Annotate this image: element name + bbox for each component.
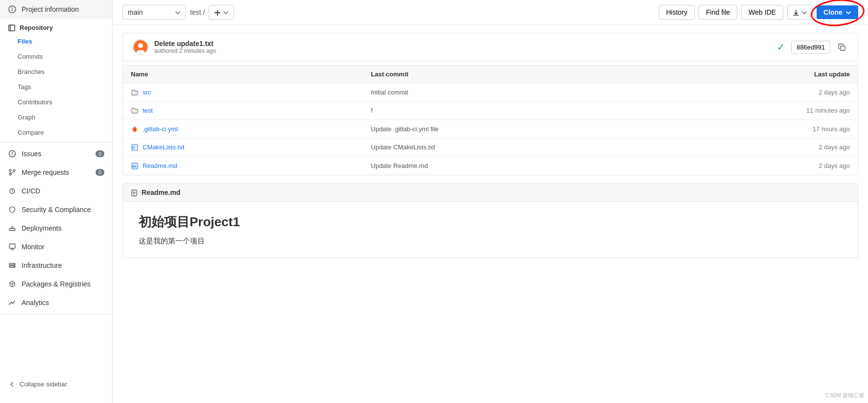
sidebar-item-infrastructure[interactable]: Infrastructure bbox=[0, 256, 112, 275]
add-file-button[interactable] bbox=[209, 5, 234, 19]
monitor-icon bbox=[8, 242, 17, 251]
sidebar-item-issues[interactable]: Issues 0 bbox=[0, 144, 112, 163]
branch-selector[interactable]: main bbox=[122, 5, 186, 20]
sidebar-divider-2 bbox=[0, 314, 112, 314]
table-row[interactable]: MD Readme.md Update Readme.md 2 days ago bbox=[123, 157, 858, 175]
file-table: Name Last commit Last update src Initial… bbox=[123, 66, 858, 175]
svg-point-9 bbox=[13, 169, 15, 171]
svg-point-18 bbox=[14, 266, 15, 267]
file-last-commit-cell: Update .gitlab-ci.yml file bbox=[363, 120, 652, 139]
merge-icon bbox=[8, 168, 17, 177]
watermark: CSDN @钱汇坡 bbox=[826, 392, 864, 399]
sidebar-section-repository[interactable]: Repository bbox=[0, 19, 112, 34]
commit-hash-button[interactable]: 886ed991 bbox=[791, 41, 830, 54]
file-name-cell[interactable]: test bbox=[131, 107, 355, 115]
sidebar-item-packages[interactable]: Packages & Registries bbox=[0, 275, 112, 293]
find-file-button[interactable]: Find file bbox=[699, 5, 737, 20]
svg-text:MD: MD bbox=[132, 165, 137, 168]
issues-badge: 0 bbox=[96, 150, 104, 157]
copy-hash-icon[interactable] bbox=[836, 41, 848, 53]
clone-wrapper: Clone bbox=[817, 5, 858, 19]
sidebar-item-deployments[interactable]: Deployments bbox=[0, 219, 112, 237]
file-type-icon: MD bbox=[131, 162, 139, 170]
commit-info: Delete update1.txt authored 2 minutes ag… bbox=[154, 40, 771, 54]
plus-icon bbox=[214, 8, 221, 16]
table-row[interactable]: src Initial commit 2 days ago bbox=[123, 83, 858, 102]
sidebar-sub-graph[interactable]: Graph bbox=[0, 110, 112, 125]
table-row[interactable]: test f 11 minutes ago bbox=[123, 101, 858, 120]
branch-chevron-icon bbox=[175, 8, 181, 16]
sidebar-item-merge-requests[interactable]: Merge requests 0 bbox=[0, 163, 112, 182]
packages-icon bbox=[8, 280, 17, 288]
issues-icon bbox=[8, 149, 17, 158]
svg-point-17 bbox=[14, 263, 15, 264]
svg-line-21 bbox=[12, 283, 15, 284]
sidebar-item-security[interactable]: Security & Compliance bbox=[0, 200, 112, 219]
repository-icon bbox=[8, 24, 16, 32]
file-name-cell[interactable]: MD Readme.md bbox=[131, 162, 355, 170]
commit-bar: Delete update1.txt authored 2 minutes ag… bbox=[122, 33, 858, 61]
sidebar-sub-tags[interactable]: Tags bbox=[0, 79, 112, 95]
analytics-icon bbox=[8, 298, 17, 307]
table-row[interactable]: C CMakeLists.txt Update CMakeLists.txt 2… bbox=[123, 138, 858, 157]
svg-rect-12 bbox=[9, 244, 15, 248]
file-table-wrapper: Name Last commit Last update src Initial… bbox=[122, 65, 858, 175]
col-last-update-header: Last update bbox=[652, 66, 858, 83]
sidebar-item-project-info-label: Project information bbox=[22, 5, 79, 13]
sidebar-item-cicd[interactable]: CI/CD bbox=[0, 182, 112, 200]
readme-wrapper: Readme.md 初始项目Project1 这是我的第一个项目 bbox=[122, 183, 858, 258]
file-last-commit-cell: Initial commit bbox=[363, 83, 652, 102]
commit-status-icon: ✓ bbox=[777, 41, 785, 53]
svg-rect-11 bbox=[9, 229, 15, 231]
svg-line-20 bbox=[10, 283, 12, 284]
download-chevron-icon bbox=[801, 8, 807, 16]
file-type-icon bbox=[131, 107, 139, 115]
branch-name: main bbox=[128, 8, 143, 16]
sidebar-sub-contributors[interactable]: Contributors bbox=[0, 95, 112, 110]
merge-requests-badge: 0 bbox=[96, 169, 104, 176]
svg-rect-28 bbox=[841, 46, 845, 50]
svg-rect-3 bbox=[9, 25, 15, 31]
col-name-header: Name bbox=[123, 66, 363, 83]
svg-text:C: C bbox=[132, 146, 135, 149]
sidebar-sub-files[interactable]: Files bbox=[0, 34, 112, 49]
download-button[interactable] bbox=[787, 5, 813, 19]
deployments-icon bbox=[8, 224, 17, 233]
file-last-update-cell: 2 days ago bbox=[652, 83, 858, 102]
readme-description: 这是我的第一个项目 bbox=[139, 237, 842, 246]
sidebar-item-project-info[interactable]: Project information bbox=[0, 0, 112, 19]
clone-button[interactable]: Clone bbox=[817, 5, 858, 19]
cicd-icon bbox=[8, 187, 17, 195]
commit-title: Delete update1.txt bbox=[154, 40, 771, 47]
file-last-update-cell: 2 days ago bbox=[652, 157, 858, 175]
file-last-update-cell: 2 days ago bbox=[652, 138, 858, 157]
add-chevron-icon bbox=[223, 8, 229, 16]
svg-point-26 bbox=[138, 43, 143, 48]
file-type-icon: C bbox=[131, 143, 139, 152]
sidebar-sub-branches[interactable]: Branches bbox=[0, 64, 112, 79]
readme-header: Readme.md bbox=[123, 184, 858, 202]
file-name-cell[interactable]: .gitlab-ci.yml bbox=[131, 125, 355, 133]
file-name-cell[interactable]: C CMakeLists.txt bbox=[131, 143, 355, 152]
history-button[interactable]: History bbox=[659, 5, 695, 20]
sidebar-item-monitor[interactable]: Monitor bbox=[0, 237, 112, 256]
sidebar-sub-commits[interactable]: Commits bbox=[0, 49, 112, 64]
web-ide-button[interactable]: Web IDE bbox=[741, 5, 783, 20]
svg-point-8 bbox=[9, 169, 11, 171]
table-row[interactable]: .gitlab-ci.yml Update .gitlab-ci.yml fil… bbox=[123, 120, 858, 139]
readme-content: 初始项目Project1 这是我的第一个项目 bbox=[123, 202, 858, 258]
col-last-commit-header: Last commit bbox=[363, 66, 652, 83]
path-segment: test / bbox=[190, 8, 205, 16]
sidebar-sub-compare[interactable]: Compare bbox=[0, 125, 112, 140]
commit-avatar bbox=[133, 39, 148, 55]
sidebar-divider-1 bbox=[0, 142, 112, 142]
clone-chevron-icon bbox=[845, 8, 851, 16]
file-name-cell[interactable]: src bbox=[131, 88, 355, 96]
file-type-icon bbox=[131, 88, 139, 96]
collapse-sidebar-btn[interactable]: Collapse sidebar bbox=[0, 375, 112, 393]
readme-filename: Readme.md bbox=[142, 189, 180, 196]
sidebar-item-analytics[interactable]: Analytics bbox=[0, 293, 112, 312]
file-last-update-cell: 11 minutes ago bbox=[652, 101, 858, 120]
file-last-commit-cell: Update CMakeLists.txt bbox=[363, 138, 652, 157]
download-icon bbox=[793, 8, 799, 16]
